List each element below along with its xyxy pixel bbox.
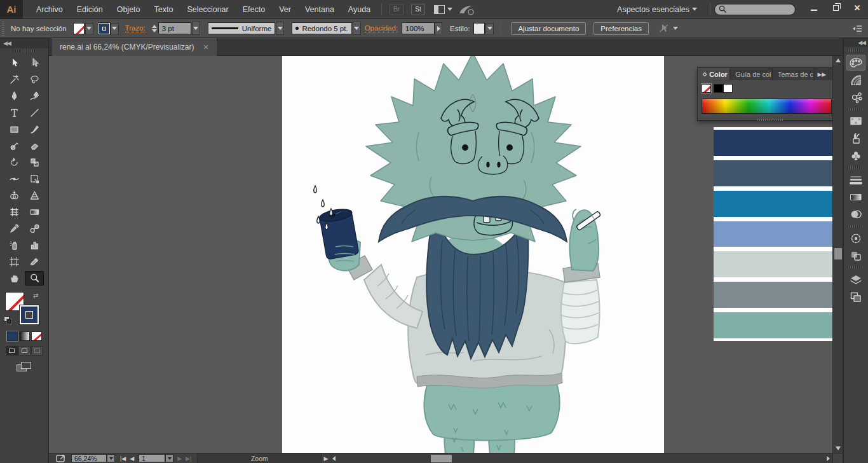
artboard-tool[interactable] (4, 254, 24, 269)
dock-stroke-panel[interactable] (846, 172, 865, 188)
tab-color-guide[interactable]: Guía de col (730, 68, 773, 80)
stroke-width-stepper[interactable] (152, 25, 157, 32)
dock-swatches-panel[interactable] (846, 113, 865, 129)
swap-fill-stroke-icon[interactable]: ⇄ (33, 292, 38, 299)
cs-live-icon[interactable] (458, 3, 474, 16)
dock-graphic-styles-panel[interactable] (846, 247, 865, 263)
canvas-viewport[interactable]: ◇ Color Guía de col Temas de c ▶▶ ▾≡ (49, 56, 843, 453)
stroke-proxy-swatch[interactable] (19, 305, 39, 325)
screen-mode-button[interactable] (17, 362, 32, 372)
stroke-panel-link[interactable]: Trazo: (125, 24, 146, 32)
drag-grip-icon[interactable] (848, 49, 864, 52)
blend-tool[interactable] (25, 221, 44, 236)
width-profile-select[interactable]: Uniforme (208, 22, 276, 34)
symbol-sprayer-tool[interactable] (4, 238, 24, 252)
drag-grip-icon[interactable] (757, 119, 783, 121)
drag-grip-icon[interactable] (848, 266, 864, 269)
dock-color-themes-panel[interactable] (846, 89, 865, 105)
first-artboard-icon[interactable]: |◀ (120, 455, 126, 462)
zoom-level-dropdown[interactable] (107, 454, 115, 462)
vertical-scrollbar[interactable] (832, 56, 843, 453)
menu-texto[interactable]: Texto (147, 0, 180, 19)
paintbrush-tool[interactable] (25, 122, 44, 137)
shape-builder-tool[interactable] (4, 188, 24, 203)
style-dropdown[interactable] (485, 23, 494, 34)
dock-artboards-panel[interactable] (846, 289, 865, 305)
dock-color-guide-panel[interactable] (846, 72, 865, 88)
dock-layers-panel[interactable] (846, 272, 865, 287)
perspective-grid-tool[interactable] (25, 188, 44, 203)
drag-grip-icon[interactable] (848, 166, 864, 169)
stroke-width-field[interactable]: 3 pt (158, 22, 191, 34)
panel-options-icon[interactable] (851, 24, 863, 33)
dock-gradient-panel[interactable] (846, 189, 865, 205)
drag-grip-icon[interactable] (2, 22, 4, 36)
column-graph-tool[interactable] (25, 238, 44, 252)
artboard-dropdown[interactable] (165, 454, 173, 462)
rectangle-tool[interactable] (4, 122, 24, 137)
magic-wand-tool[interactable] (4, 73, 24, 87)
minimize-button[interactable] (803, 0, 825, 17)
scale-tool[interactable] (25, 155, 44, 170)
default-fill-stroke-icon[interactable] (4, 316, 12, 324)
dock-brushes-panel[interactable] (846, 130, 865, 146)
scroll-left-icon[interactable] (330, 453, 338, 463)
scroll-right-icon[interactable] (824, 453, 832, 463)
previous-artboard-icon[interactable]: ◀ (130, 455, 134, 462)
color-button[interactable] (7, 331, 18, 341)
menu-ayuda[interactable]: Ayuda (341, 0, 377, 19)
artboard[interactable] (282, 56, 664, 453)
styles-button[interactable]: St (411, 4, 425, 15)
none-color-swatch[interactable] (702, 84, 711, 93)
isolate-selection-icon[interactable] (658, 23, 670, 34)
menu-efecto[interactable]: Efecto (236, 0, 272, 19)
brush-dropdown[interactable] (353, 22, 361, 35)
search-input[interactable] (714, 4, 796, 15)
zoom-level-field[interactable]: 66,24% (71, 454, 107, 462)
direct-selection-tool[interactable] (25, 56, 44, 71)
horizontal-scrollbar[interactable] (330, 453, 832, 463)
arrange-documents-button[interactable] (434, 5, 452, 14)
mesh-tool[interactable] (4, 205, 24, 219)
black-swatch[interactable] (714, 84, 723, 93)
artboard-number-field[interactable]: 1 (139, 454, 165, 462)
white-swatch[interactable] (723, 84, 733, 93)
lasso-tool[interactable] (25, 73, 44, 87)
zoom-tool[interactable] (25, 271, 44, 286)
eyedropper-tool[interactable] (4, 221, 24, 236)
scroll-down-icon[interactable] (833, 444, 843, 453)
slice-tool[interactable] (25, 254, 44, 269)
draw-normal-button[interactable] (6, 346, 18, 356)
scroll-up-icon[interactable] (833, 56, 843, 65)
line-segment-tool[interactable] (25, 106, 44, 120)
gradient-tool[interactable] (25, 205, 44, 219)
menu-seleccionar[interactable]: Seleccionar (180, 0, 235, 19)
restore-button[interactable] (825, 0, 846, 17)
expand-panels-icon[interactable]: ◀◀ (844, 38, 868, 47)
vertical-scroll-thumb[interactable] (834, 248, 842, 259)
menu-objeto[interactable]: Objeto (110, 0, 147, 19)
bridge-button[interactable]: Br (390, 4, 403, 15)
workspace-switcher[interactable]: Aspectos esenciales (617, 5, 697, 14)
stroke-width-dropdown[interactable] (192, 22, 200, 35)
horizontal-scroll-thumb[interactable] (431, 455, 452, 462)
fill-color-combo[interactable] (73, 23, 93, 34)
stroke-color-combo[interactable] (98, 23, 119, 34)
calligraphy-pen-tool[interactable] (25, 89, 44, 104)
color-spectrum-ramp[interactable] (702, 99, 832, 114)
eraser-tool[interactable] (25, 139, 44, 153)
draw-inside-button[interactable] (31, 346, 43, 356)
dock-transparency-panel[interactable] (846, 206, 865, 222)
draw-behind-button[interactable] (18, 346, 31, 356)
menu-archivo[interactable]: Archivo (29, 0, 70, 19)
close-tab-icon[interactable]: ✕ (203, 43, 208, 52)
style-swatch[interactable] (473, 23, 485, 34)
last-artboard-icon[interactable]: ▶| (186, 455, 191, 462)
fit-document-button[interactable]: Ajustar documento (511, 22, 586, 35)
dock-color-panel[interactable] (846, 55, 865, 71)
fill-stroke-proxy[interactable]: ⇄ (4, 292, 44, 328)
drag-grip-icon[interactable] (848, 107, 864, 111)
menu-ver[interactable]: Ver (272, 0, 298, 19)
close-button[interactable]: ✕ (846, 0, 868, 17)
rotate-tool[interactable] (4, 155, 24, 170)
